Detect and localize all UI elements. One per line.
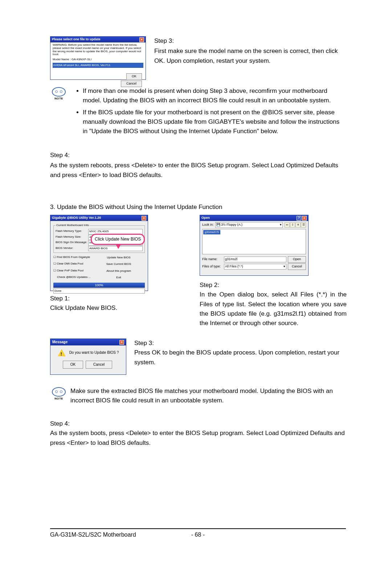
page-footer: GA-G31M-S2L/S2C Motherboard - 68 - [50, 530, 346, 540]
bios-list-selected[interactable]: nVIDIA nForce4 SLI, AWARD BIOS, Ver.F11 [53, 63, 143, 68]
filetype-label: Files of type: [202, 264, 222, 269]
step4b-text: Step 4: As the system boots, press <Dele… [50, 419, 346, 448]
step4a-text: Step 4: As the system reboots, press <De… [50, 151, 346, 181]
footer-rule [50, 528, 346, 529]
find-bios-checkbox[interactable]: Find BIOS From Gigabyte [53, 255, 97, 260]
dialog-title: Message [52, 339, 68, 345]
file-list[interactable]: g31ms2l.f1 [202, 229, 306, 254]
status-bar: Done [53, 288, 145, 294]
step1-text: Step 1: Click Update New BIOS. [50, 294, 148, 313]
open-button[interactable]: Open [288, 256, 306, 263]
step-title: Step 3: [134, 339, 347, 348]
exit-button[interactable]: Exit [101, 275, 137, 280]
step3b-text: Step 3: Press OK to begin the BIOS updat… [134, 339, 347, 367]
atbios-utility-window: Gigabyte @BIOS Utility Ver.1.20 × Curren… [50, 215, 148, 291]
dialog-title: Please select one file to update [52, 37, 101, 42]
cancel-button[interactable]: Cancel [86, 361, 112, 369]
step-body: As the system boots, press <Delete> to e… [50, 429, 346, 448]
callout-arrow-icon [115, 244, 121, 249]
about-button[interactable]: About this program [101, 269, 137, 274]
note-block-1: NOTE If more than one model is present w… [50, 86, 346, 139]
clear-pnp-checkbox[interactable]: Clear PnP Data Pool [53, 269, 97, 274]
filename-input[interactable]: g31ms2l [224, 257, 286, 262]
view-icon: ☰ [301, 222, 306, 228]
step-body: First make sure the model name on the sc… [154, 46, 345, 66]
update-new-bios-button[interactable]: Update New BIOS [101, 255, 137, 260]
filename-label: File name: [202, 257, 222, 262]
progress-bar: 100% [53, 283, 145, 288]
note-item: If more than one model is present when d… [83, 86, 346, 106]
step-title: Step 2: [200, 280, 347, 290]
step2-text: Step 2: In the Open dialog box, select A… [200, 280, 347, 328]
open-file-dialog: Open ? × Look in: 💾 3½ Floppy (A:)▾ ⇐⇧✳☰… [200, 215, 309, 276]
message-text: Do you want to Update BIOS ? [69, 350, 119, 356]
dialog-titlebar: Please select one file to update × [50, 37, 146, 42]
help-icon[interactable]: ? [297, 216, 301, 221]
warning-text: WARNING: Before you select the model nam… [53, 44, 143, 56]
step-body: In the Open dialog box, select All Files… [200, 290, 347, 328]
close-icon[interactable]: × [119, 340, 124, 345]
group-legend: Current Motherboard Info [56, 223, 90, 228]
note-item: If the BIOS update file for your motherb… [83, 108, 346, 136]
warning-icon [58, 349, 66, 356]
up-icon: ⇧ [290, 222, 295, 228]
message-dialog: Message × Do you want to Update BIOS ? O… [50, 339, 126, 375]
window-title: Gigabyte @BIOS Utility Ver.1.20 [52, 216, 101, 221]
step-title: Step 4: [50, 151, 346, 160]
close-icon[interactable]: × [302, 216, 307, 221]
cancel-button[interactable]: Cancel [288, 263, 306, 270]
step-title: Step 3: [154, 36, 345, 46]
close-icon[interactable]: × [142, 216, 146, 221]
step-title: Step 4: [50, 419, 346, 429]
ok-button[interactable]: OK [63, 361, 83, 369]
new-folder-icon: ✳ [295, 222, 301, 228]
save-current-bios-button[interactable]: Save Current BIOS [101, 262, 137, 267]
toolbar-icons[interactable]: ⇐⇧✳☰ [284, 222, 306, 228]
file-item-selected[interactable]: g31ms2l.f1 [203, 230, 220, 234]
lookin-label: Look in: [202, 222, 214, 228]
back-icon: ⇐ [285, 222, 290, 228]
filetype-combo[interactable]: All Files (*.*)▾ [224, 264, 286, 270]
close-icon[interactable]: × [139, 37, 144, 42]
step-body: Click Update New BIOS. [50, 303, 148, 313]
step-title: Step 1: [50, 294, 148, 303]
ok-button[interactable]: OK [126, 73, 142, 80]
note-icon: NOTE [50, 386, 68, 406]
window-titlebar: Gigabyte @BIOS Utility Ver.1.20 × [50, 215, 148, 221]
footer-left: GA-G31M-S2L/S2C Motherboard [50, 530, 176, 540]
step-body: As the system reboots, press <Delete> to… [50, 161, 346, 180]
model-name-label: Model Name : GA-K8NXP-SLI [53, 57, 143, 62]
dialog-title: Open [201, 216, 210, 221]
select-file-dialog: Please select one file to update × WARNI… [50, 36, 146, 80]
section-heading: 3. Update the BIOS without Using the Int… [50, 202, 346, 212]
note-icon: NOTE [50, 86, 68, 139]
check-updates-link[interactable]: Check @BIOS Updates ... [53, 275, 97, 280]
step3-top-text: Step 3: First make sure the model name o… [154, 36, 345, 66]
clear-dmi-checkbox[interactable]: Clear DMI Data Pool [53, 262, 97, 267]
page-number: - 68 - [176, 530, 220, 540]
note-block-2: NOTE Make sure the extracted BIOS file m… [50, 386, 346, 406]
callout-label: Click Update New BIOS [91, 234, 145, 245]
step-body: Press OK to begin the BIOS update proces… [134, 348, 347, 367]
lookin-combo[interactable]: 💾 3½ Floppy (A:)▾ [215, 222, 283, 228]
note-text: Make sure the extracted BIOS file matche… [68, 386, 346, 406]
